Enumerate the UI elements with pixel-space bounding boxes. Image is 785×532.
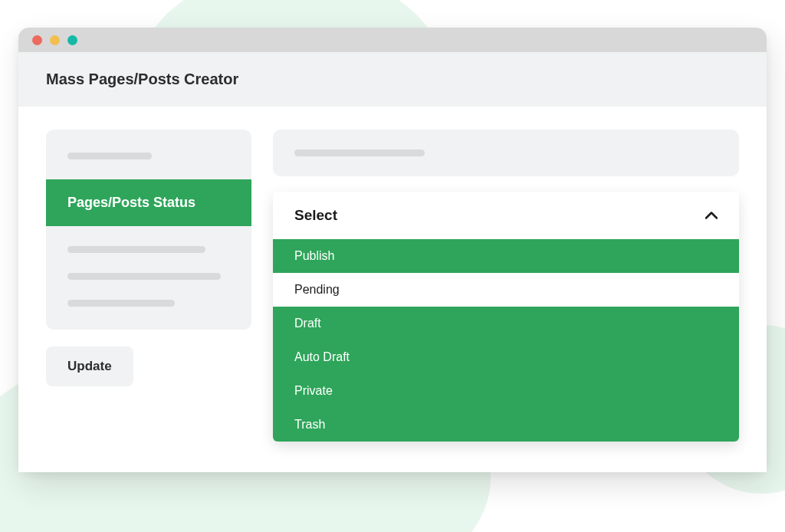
option-label: Trash <box>294 418 325 431</box>
window-title-bar <box>18 28 767 52</box>
app-window: Mass Pages/Posts Creator Pages/Posts Sta… <box>18 28 767 472</box>
placeholder-bar <box>294 149 425 156</box>
option-label: Draft <box>294 317 321 330</box>
option-draft[interactable]: Draft <box>273 307 739 340</box>
option-private[interactable]: Private <box>273 374 739 408</box>
chevron-up-icon <box>705 209 718 222</box>
page-title: Mass Pages/Posts Creator <box>46 71 739 88</box>
placeholder-bar <box>67 153 152 159</box>
minimize-icon[interactable] <box>50 35 60 45</box>
option-label: Auto Draft <box>294 350 350 363</box>
option-trash[interactable]: Trash <box>273 408 739 442</box>
option-label: Pending <box>294 283 340 296</box>
option-label: Private <box>294 384 333 397</box>
placeholder-bar <box>67 300 175 307</box>
option-publish[interactable]: Publish <box>273 239 739 273</box>
sidebar: Pages/Posts Status Update <box>46 130 251 386</box>
content-area: Pages/Posts Status Update <box>18 107 767 472</box>
sidebar-item-placeholder[interactable] <box>46 261 251 287</box>
select-options: Publish Pending Draft Auto Draft Private <box>273 239 739 442</box>
option-auto-draft[interactable]: Auto Draft <box>273 340 739 374</box>
option-label: Publish <box>294 249 334 262</box>
main-panel: Select Publish Pending Draft <box>273 130 739 442</box>
select-toggle[interactable]: Select <box>273 192 739 239</box>
placeholder-bar <box>67 273 221 280</box>
update-button-label: Update <box>67 359 112 373</box>
main-header-card <box>273 130 739 176</box>
sidebar-item-placeholder[interactable] <box>46 145 251 167</box>
close-icon[interactable] <box>32 35 42 45</box>
sidebar-item-status[interactable]: Pages/Posts Status <box>46 179 251 226</box>
sidebar-card: Pages/Posts Status <box>46 130 251 330</box>
sidebar-item-label: Pages/Posts Status <box>67 195 195 210</box>
select-label: Select <box>294 207 337 224</box>
status-select: Select Publish Pending Draft <box>273 192 739 442</box>
update-button[interactable]: Update <box>46 346 133 386</box>
sidebar-item-placeholder[interactable] <box>46 287 251 314</box>
option-pending[interactable]: Pending <box>273 273 739 307</box>
maximize-icon[interactable] <box>67 35 77 45</box>
placeholder-bar <box>67 246 205 253</box>
sidebar-item-placeholder[interactable] <box>46 238 251 261</box>
page-header: Mass Pages/Posts Creator <box>18 52 767 107</box>
